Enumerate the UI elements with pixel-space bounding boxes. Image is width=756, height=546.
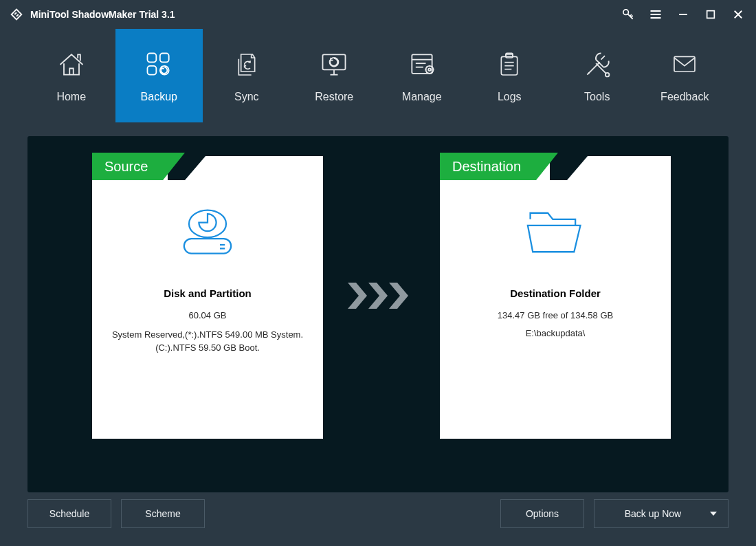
menu-icon[interactable]: [642, 0, 669, 29]
navbar: Home Backup Sync: [0, 29, 756, 122]
nav-label: Tools: [584, 91, 610, 103]
app-logo-icon: [8, 6, 25, 23]
nav-feedback[interactable]: Feedback: [641, 29, 729, 122]
source-detail: System Reserved,(*:).NTFS 549.00 MB Syst…: [102, 328, 313, 342]
nav-label: Backup: [141, 91, 177, 103]
nav-label: Sync: [234, 91, 259, 103]
backup-now-label: Back up Now: [625, 508, 681, 519]
svg-rect-12: [323, 54, 346, 69]
source-size: 60.04 GB: [179, 309, 236, 323]
source-title: Disk and Partition: [164, 287, 252, 299]
svg-rect-8: [148, 54, 157, 63]
svg-marker-34: [348, 283, 367, 309]
restore-icon: [318, 48, 351, 81]
destination-free: 134.47 GB free of 134.58 GB: [488, 309, 623, 323]
content-panel: Source Disk and Partition 60: [27, 136, 729, 492]
svg-rect-30: [184, 239, 231, 254]
main: Source Disk and Partition 60: [0, 122, 756, 546]
destination-path: E:\backupdata\: [516, 327, 595, 340]
svg-point-21: [428, 69, 431, 72]
nav-restore[interactable]: Restore: [291, 29, 379, 122]
svg-rect-10: [148, 66, 157, 75]
source-tab-label: Source: [92, 153, 163, 180]
app-title: MiniTool ShadowMaker Trial 3.1: [30, 9, 175, 20]
close-button[interactable]: [724, 0, 752, 29]
scheme-button[interactable]: Scheme: [121, 499, 205, 528]
svg-marker-35: [368, 283, 388, 309]
disk-icon: [173, 198, 242, 267]
nav-manage[interactable]: Manage: [378, 29, 466, 122]
schedule-button[interactable]: Schedule: [27, 499, 111, 528]
svg-marker-37: [550, 153, 671, 180]
svg-rect-5: [707, 11, 715, 19]
source-card[interactable]: Source Disk and Partition 60: [92, 153, 323, 439]
tools-icon: [581, 48, 614, 81]
nav-label: Restore: [315, 91, 353, 103]
backup-now-button[interactable]: Back up Now: [594, 499, 729, 528]
bottom-bar: Schedule Scheme Options Back up Now: [27, 499, 729, 528]
destination-title: Destination Folder: [510, 287, 601, 299]
svg-marker-29: [168, 153, 323, 180]
folder-icon: [521, 198, 590, 267]
options-button[interactable]: Options: [500, 499, 584, 528]
nav-backup[interactable]: Backup: [115, 29, 203, 122]
nav-label: Manage: [402, 91, 442, 103]
nav-sync[interactable]: Sync: [203, 29, 291, 122]
svg-marker-36: [389, 283, 408, 309]
destination-card[interactable]: Destination Destination Folder 134.47 GB…: [440, 153, 671, 439]
svg-point-27: [605, 73, 610, 77]
arrows-icon: [323, 153, 440, 439]
destination-tab-label: Destination: [440, 153, 536, 180]
key-icon[interactable]: [614, 0, 642, 29]
home-icon: [55, 48, 88, 81]
minimize-button[interactable]: [669, 0, 697, 29]
svg-rect-28: [674, 56, 695, 72]
sync-icon: [230, 48, 263, 81]
nav-label: Logs: [498, 91, 522, 103]
backup-icon: [142, 48, 175, 81]
feedback-icon: [668, 48, 701, 81]
manage-icon: [405, 48, 438, 81]
titlebar: MiniTool ShadowMaker Trial 3.1: [0, 0, 756, 29]
nav-label: Feedback: [660, 91, 709, 103]
maximize-button[interactable]: [697, 0, 724, 29]
chevron-down-icon: [710, 512, 717, 516]
nav-logs[interactable]: Logs: [466, 29, 554, 122]
svg-rect-9: [160, 54, 169, 63]
nav-home[interactable]: Home: [27, 29, 115, 122]
nav-label: Home: [56, 91, 86, 103]
logs-icon: [493, 48, 526, 81]
source-detail2: (C:).NTFS 59.50 GB Boot.: [146, 341, 269, 355]
nav-tools[interactable]: Tools: [553, 29, 641, 122]
